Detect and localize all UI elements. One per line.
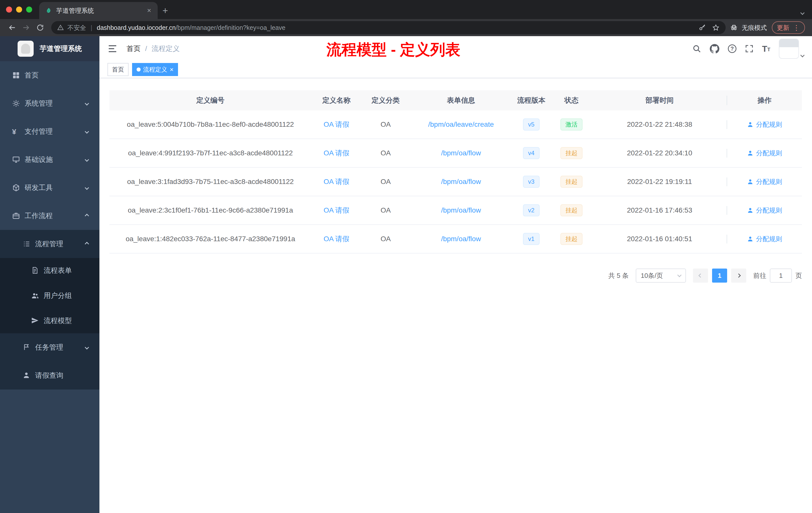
sidebar-item-label: 首页 — [25, 70, 39, 80]
cell-definition-id: oa_leave:5:004b710b-7b8a-11ec-8ef0-acde4… — [110, 120, 311, 128]
sidebar-item-user-group[interactable]: 用户分组 — [0, 283, 99, 308]
goto-page: 前往 页 — [753, 269, 802, 282]
form-link[interactable]: /bpm/oa/flow — [441, 206, 481, 214]
browser-menu-icon[interactable]: ⋮ — [793, 24, 800, 32]
definition-name-link[interactable]: OA 请假 — [324, 206, 349, 215]
form-link[interactable]: /bpm/oa/flow — [441, 235, 481, 243]
sidebar: 芋道管理系统 首页 系统管理 ¥ — [0, 36, 99, 513]
assign-rule-button[interactable]: 分配规则 — [747, 149, 782, 158]
reload-button[interactable] — [33, 21, 47, 35]
security-warning-icon[interactable] — [57, 24, 64, 31]
fullscreen-icon[interactable] — [745, 44, 754, 53]
table-row: oa_leave:2:3c1f0ef1-76b1-11ec-9c66-a2380… — [110, 196, 802, 225]
page-size-select[interactable]: 10条/页 — [636, 269, 686, 282]
cell-category: OA — [361, 178, 410, 186]
column-header: 部署时间 — [592, 96, 727, 105]
help-icon[interactable]: ? — [728, 44, 736, 53]
form-link[interactable]: /bpm/oa/leave/create — [428, 120, 494, 128]
tab-title: 芋道管理系统 — [56, 6, 141, 15]
assign-rule-label: 分配规则 — [756, 235, 782, 243]
sidebar-item-label: 支付管理 — [25, 127, 53, 136]
sidebar-item-infrastructure[interactable]: 基础设施 — [0, 146, 99, 174]
address-bar[interactable]: 不安全 | dashboard.yudao.iocoder.cn/bpm/man… — [51, 21, 726, 34]
sidebar-item-label: 请假查询 — [35, 371, 63, 380]
sidebar-item-system[interactable]: 系统管理 — [0, 89, 99, 117]
avatar-caret-icon[interactable] — [801, 53, 805, 58]
sidebar-item-workflow[interactable]: 工作流程 — [0, 202, 99, 230]
user-avatar-wrap — [779, 39, 804, 59]
assign-rule-button[interactable]: 分配规则 — [747, 177, 782, 186]
sidebar-item-process-form[interactable]: 流程表单 — [0, 258, 99, 283]
tab-close-icon[interactable]: × — [145, 6, 154, 15]
tag-home[interactable]: 首页 — [108, 63, 128, 76]
version-tag: v1 — [523, 233, 539, 245]
sidebar-item-process-model[interactable]: 流程模型 — [0, 308, 99, 333]
zoom-window-button[interactable] — [26, 6, 32, 12]
sidebar-item-label: 用户分组 — [44, 291, 72, 300]
prev-page-button[interactable] — [693, 269, 708, 282]
sidebar-collapse-button[interactable] — [108, 43, 118, 54]
send-icon — [31, 317, 39, 325]
avatar[interactable] — [779, 39, 799, 59]
sidebar-item-payment[interactable]: ¥ 支付管理 — [0, 117, 99, 146]
url-divider: | — [90, 24, 93, 31]
form-link[interactable]: /bpm/oa/flow — [441, 149, 481, 157]
search-icon[interactable] — [692, 44, 701, 53]
password-key-icon[interactable] — [698, 24, 706, 31]
assign-rule-button[interactable]: 分配规则 — [747, 206, 782, 215]
browser-toolbar: 不安全 | dashboard.yudao.iocoder.cn/bpm/man… — [0, 19, 812, 36]
back-button[interactable] — [5, 21, 19, 35]
macos-traffic-lights — [6, 0, 32, 19]
assign-rule-label: 分配规则 — [756, 206, 782, 215]
close-window-button[interactable] — [6, 6, 12, 12]
chevron-down-icon — [85, 158, 89, 162]
status-badge: 挂起 — [560, 204, 582, 216]
toolbar-right-cluster: 无痕模式 更新 ⋮ — [730, 21, 807, 34]
page-number-button[interactable]: 1 — [712, 269, 727, 282]
version-tag: v5 — [523, 118, 539, 130]
definition-name-link[interactable]: OA 请假 — [324, 148, 349, 158]
definition-table: 定义编号 定义名称 定义分类 表单信息 流程版本 状态 部署时间 操作 oa_l… — [110, 90, 802, 253]
sidebar-item-task-management[interactable]: 任务管理 — [0, 333, 99, 361]
app-logo-avatar — [18, 41, 34, 57]
assign-rule-button[interactable]: 分配规则 — [747, 120, 782, 129]
github-icon[interactable] — [710, 44, 719, 54]
definition-name-link[interactable]: OA 请假 — [324, 234, 349, 244]
cell-definition-id: oa_leave:1:482ec033-762a-11ec-8477-a2380… — [110, 235, 311, 243]
sidebar-item-leave-query[interactable]: 请假查询 — [0, 361, 99, 390]
app-title: 芋道管理系统 — [40, 44, 82, 54]
tag-process-definition[interactable]: 流程定义 × — [132, 63, 178, 76]
font-size-icon[interactable]: TT — [762, 44, 770, 53]
table-header-row: 定义编号 定义名称 定义分类 表单信息 流程版本 状态 部署时间 操作 — [110, 90, 802, 111]
definition-name-link[interactable]: OA 请假 — [324, 177, 349, 186]
definition-name-link[interactable]: OA 请假 — [324, 120, 349, 129]
goto-unit-label: 页 — [795, 271, 802, 280]
goto-page-input[interactable] — [770, 269, 792, 282]
tab-search-chevron-icon[interactable] — [801, 7, 804, 16]
browser-tab[interactable]: 芋道管理系统 × — [39, 2, 158, 19]
assign-rule-button[interactable]: 分配规则 — [747, 235, 782, 243]
minimize-window-button[interactable] — [16, 6, 22, 12]
cell-category: OA — [361, 120, 410, 128]
sidebar-item-home[interactable]: 首页 — [0, 61, 99, 89]
new-tab-button[interactable]: + — [158, 3, 173, 18]
sidebar-item-label: 流程模型 — [44, 316, 72, 326]
update-button[interactable]: 更新 ⋮ — [772, 21, 805, 34]
forward-button[interactable] — [19, 21, 33, 35]
breadcrumb-home-link[interactable]: 首页 — [126, 44, 141, 54]
sidebar-menu: 首页 系统管理 ¥ 支付管理 — [0, 61, 99, 390]
sidebar-item-process-management[interactable]: 流程管理 — [0, 230, 99, 258]
chevron-down-icon — [677, 273, 682, 277]
yen-icon: ¥ — [12, 127, 20, 135]
url-path: /bpm/manager/definition?key=oa_leave — [176, 24, 286, 31]
form-link[interactable]: /bpm/oa/flow — [441, 178, 481, 186]
breadcrumb-current: 流程定义 — [152, 44, 180, 54]
bookmark-star-icon[interactable] — [712, 24, 720, 31]
sidebar-item-dev-tools[interactable]: 研发工具 — [0, 174, 99, 202]
next-page-button[interactable] — [731, 269, 746, 282]
sidebar-logo-row[interactable]: 芋道管理系统 — [0, 36, 99, 61]
form-icon — [31, 267, 39, 275]
tag-close-icon[interactable]: × — [170, 66, 174, 73]
security-label: 不安全 — [67, 24, 86, 32]
table-row: oa_leave:3:1fad3d93-7b75-11ec-a3c8-acde4… — [110, 168, 802, 196]
